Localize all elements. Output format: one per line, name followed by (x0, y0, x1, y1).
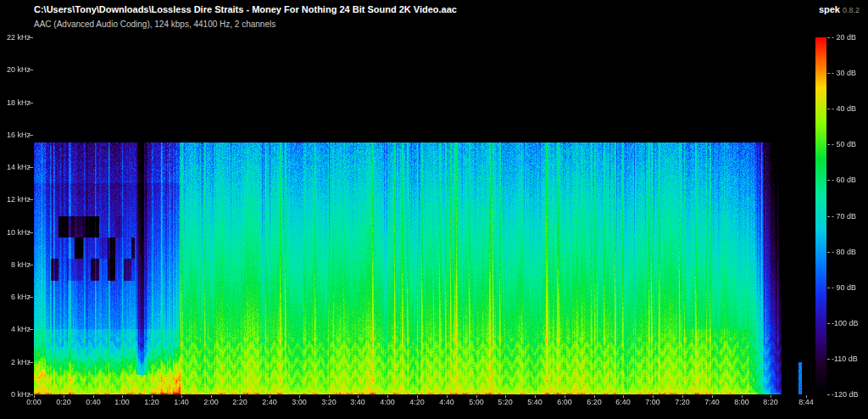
time-axis-label: 6:00 (548, 398, 581, 406)
freq-axis-label: 6 kHz (0, 293, 31, 301)
freq-axis-label: 20 kHz (0, 65, 31, 74)
db-axis-label: - 80 dB (832, 248, 856, 256)
time-axis-label: 3:00 (282, 398, 316, 406)
time-axis-label: 8:20 (754, 398, 787, 406)
freq-axis-label: 10 kHz (0, 228, 31, 237)
time-axis-label: 7:20 (665, 398, 699, 406)
db-axis-label: - 90 dB (832, 283, 856, 292)
freq-axis-label: 8 kHz (0, 260, 31, 269)
time-axis-label: 0:20 (47, 398, 81, 406)
spek-window: C:\Users\Tony\Downloads\Lossless Dire St… (0, 0, 868, 419)
time-axis-label: 7:00 (636, 398, 670, 406)
db-axis-label: - 20 dB (832, 33, 856, 42)
spectrogram-canvas (34, 37, 806, 394)
db-axis-label: -100 dB (832, 319, 859, 327)
freq-axis-label: 22 kHz (0, 33, 31, 42)
time-axis-label: 1:00 (105, 398, 139, 406)
app-name: spek (819, 4, 840, 14)
db-axis-label: - 30 dB (832, 69, 856, 77)
time-axis-label: 5:40 (518, 398, 552, 406)
freq-axis-label: 16 kHz (0, 131, 31, 139)
time-axis-label: 4:20 (400, 398, 434, 406)
db-axis-label: - 50 dB (832, 140, 856, 148)
time-axis-label: 6:40 (606, 398, 640, 406)
time-axis-label: 7:40 (695, 398, 729, 406)
app-title: spek0.8.2 (819, 4, 860, 14)
freq-axis-label: 4 kHz (0, 325, 31, 333)
file-info: AAC (Advanced Audio Coding), 124 kbps, 4… (34, 20, 275, 29)
time-axis-label: 4:00 (370, 398, 404, 406)
app-version: 0.8.2 (843, 6, 860, 14)
db-axis-label: - 40 dB (832, 104, 856, 113)
freq-axis-label: 2 kHz (0, 358, 31, 366)
freq-axis-label: 12 kHz (0, 195, 31, 204)
time-axis-label: 4:40 (430, 398, 464, 406)
db-axis-label: -110 dB (832, 355, 858, 363)
time-axis-label: 1:40 (164, 398, 198, 406)
db-axis-label: - 70 dB (832, 212, 856, 221)
freq-axis-label: 18 kHz (0, 98, 31, 107)
time-axis-label: 3:40 (341, 398, 375, 406)
time-axis-label: 8:44 (789, 398, 823, 406)
freq-axis-label: 14 kHz (0, 163, 31, 171)
colorbar-gradient (815, 37, 826, 394)
db-axis-label: -120 dB (832, 390, 859, 399)
time-axis-label: 0:00 (17, 398, 51, 406)
file-path: C:\Users\Tony\Downloads\Lossless Dire St… (34, 4, 457, 14)
time-axis-label: 1:20 (135, 398, 169, 406)
time-axis-label: 2:40 (253, 398, 287, 406)
db-axis-label: - 60 dB (832, 176, 856, 184)
time-axis-label: 5:20 (488, 398, 522, 406)
time-axis-label: 2:20 (223, 398, 257, 406)
